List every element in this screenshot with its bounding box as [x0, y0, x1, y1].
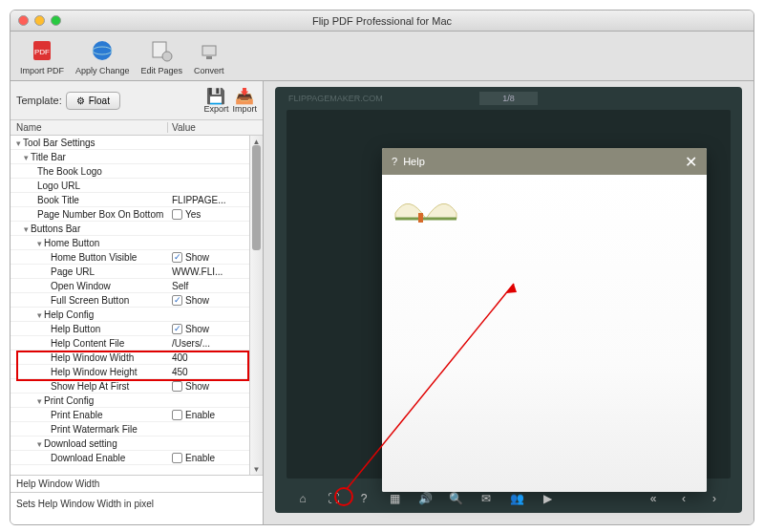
tree-row[interactable]: Open WindowSelf [11, 279, 263, 293]
tree-row[interactable]: Logo URL [11, 179, 263, 193]
export-button[interactable]: 💾 Export [203, 87, 228, 114]
svg-rect-6 [202, 46, 216, 55]
svg-point-2 [93, 41, 112, 60]
tree-row-name: Tool Bar Settings [11, 138, 168, 148]
tree-row[interactable]: Tool Bar Settings [11, 136, 263, 150]
convert-button[interactable]: Convert [194, 35, 224, 76]
tree-header-value[interactable]: Value [168, 122, 263, 133]
checkbox[interactable]: ✓ [172, 324, 182, 334]
window-title: Flip PDF Professional for Mac [11, 15, 753, 27]
tree-row[interactable]: Page URLWWW.FLI... [11, 265, 263, 279]
tree-row[interactable]: Help Window Height450 [11, 365, 263, 379]
tree-row-name: Show Help At First [11, 381, 168, 392]
import-icon: 📥 [235, 87, 254, 104]
globe-icon [89, 37, 116, 64]
help-dialog-title: Help [403, 156, 425, 167]
tree-row[interactable]: Download setting [11, 436, 263, 451]
help-dialog-header[interactable]: ? Help ✕ [382, 148, 707, 175]
tree-row[interactable]: Page Number Box On BottomYes [11, 207, 263, 222]
import-button[interactable]: 📥 Import [232, 87, 257, 114]
checkbox[interactable]: ✓ [172, 252, 182, 263]
edit-pages-button[interactable]: Edit Pages [141, 35, 183, 76]
edit-pages-label: Edit Pages [141, 66, 183, 75]
play-icon[interactable]: ▶ [541, 492, 554, 505]
prev-page-icon[interactable]: ‹ [677, 492, 690, 505]
apply-change-button[interactable]: Apply Change [75, 35, 130, 76]
svg-point-5 [162, 52, 172, 61]
help-dialog-body [382, 175, 707, 492]
checkbox[interactable] [172, 410, 182, 420]
import-pdf-button[interactable]: PDF Import PDF [20, 35, 64, 76]
tree-scrollbar[interactable]: ▲ ▼ [249, 136, 263, 475]
question-icon: ? [392, 156, 397, 167]
tree-row-name: Help Content File [11, 338, 168, 349]
help-dialog: ? Help ✕ [382, 148, 707, 492]
zoom-icon[interactable]: 🔍 [449, 492, 462, 505]
tree-row[interactable]: Print Watermark File [11, 422, 263, 436]
tree-row[interactable]: Show Help At FirstShow [11, 379, 263, 394]
expand-icon[interactable]: ⛶ [327, 492, 340, 505]
tree-row-name: Title Bar [11, 152, 168, 162]
scroll-down-arrow-icon[interactable]: ▼ [250, 463, 263, 475]
thumbnails-icon[interactable]: ▦ [388, 492, 401, 505]
next-page-icon[interactable]: › [708, 492, 721, 505]
tree-row-name: The Book Logo [11, 166, 168, 177]
mail-icon[interactable]: ✉ [479, 492, 493, 505]
svg-text:PDF: PDF [34, 48, 50, 56]
template-name: Float [89, 96, 110, 106]
flipbook-stage[interactable]: ? Help ✕ [286, 110, 731, 479]
tree-row-name: Open Window [11, 281, 168, 291]
tree-row[interactable]: Help Window Width400 [11, 351, 263, 365]
tree-row-name: Page Number Box On Bottom [11, 209, 168, 220]
home-icon[interactable]: ⌂ [296, 492, 309, 505]
preview-panel: FLIPPAGEMAKER.COM 1/8 ? Help ✕ [264, 81, 753, 524]
tree-row[interactable]: Title Bar [11, 150, 263, 164]
tree-row-name: Logo URL [11, 181, 168, 191]
tree-row[interactable]: Buttons Bar [11, 222, 263, 236]
tree-row-name: Help Window Width [11, 352, 168, 363]
template-label: Template: [16, 95, 62, 106]
tree-row[interactable]: Help Button✓Show [11, 322, 263, 336]
tree-row[interactable]: Book TitleFLIPPAGE... [11, 193, 263, 207]
tree-row[interactable]: Full Screen Button✓Show [11, 293, 263, 308]
page-indicator[interactable]: 1/8 [479, 92, 538, 105]
settings-tree: Name Value Tool Bar SettingsTitle BarThe… [11, 120, 263, 475]
svg-rect-7 [206, 56, 212, 59]
checkbox[interactable]: ✓ [172, 295, 182, 306]
tree-row[interactable]: Download EnableEnable [11, 451, 263, 465]
import-pdf-label: Import PDF [20, 66, 64, 75]
help-info-description: Sets Help Window Width in pixel [11, 492, 263, 524]
scroll-thumb[interactable] [252, 145, 261, 250]
help-icon[interactable]: ? [357, 492, 371, 505]
tree-row[interactable]: Help Config [11, 308, 263, 322]
main-toolbar: PDF Import PDF Apply Change Edit Pages C… [11, 32, 753, 81]
tree-row[interactable]: Help Content File/Users/... [11, 336, 263, 351]
tree-header-name[interactable]: Name [11, 122, 168, 133]
tree-row[interactable]: Home Button Visible✓Show [11, 250, 263, 265]
tree-row-name: Page URL [11, 266, 168, 277]
tree-row[interactable]: Print Config [11, 394, 263, 408]
tree-row-name: Home Button Visible [11, 252, 168, 263]
close-icon[interactable]: ✕ [685, 153, 697, 171]
template-row: Template: ⚙ Float 💾 Export 📥 Import [11, 81, 263, 120]
tree-row[interactable]: Print EnableEnable [11, 408, 263, 422]
checkbox[interactable] [172, 381, 182, 392]
open-book-icon [392, 184, 460, 226]
tree-row-name: Help Button [11, 324, 168, 334]
gear-icon: ⚙ [76, 96, 85, 106]
template-selector-button[interactable]: ⚙ Float [66, 92, 120, 110]
tree-row-name: Help Config [11, 309, 168, 320]
tree-row[interactable]: The Book Logo [11, 164, 263, 179]
first-page-icon[interactable]: « [647, 492, 660, 505]
tree-row-name: Print Config [11, 395, 168, 406]
sound-icon[interactable]: 🔊 [418, 492, 432, 505]
tree-row[interactable]: Home Button [11, 236, 263, 250]
tree-row-name: Book Title [11, 195, 168, 205]
checkbox[interactable] [172, 453, 182, 463]
share-icon[interactable]: 👥 [510, 492, 523, 505]
window-titlebar: Flip PDF Professional for Mac [11, 11, 753, 32]
tree-row-name: Print Enable [11, 410, 168, 420]
preview-toolbar: ⌂ ⛶ ? ▦ 🔊 🔍 ✉ 👥 ▶ « ‹ › [286, 484, 731, 513]
help-info-panel: Help Window Width Sets Help Window Width… [11, 475, 263, 524]
checkbox[interactable] [172, 209, 182, 220]
